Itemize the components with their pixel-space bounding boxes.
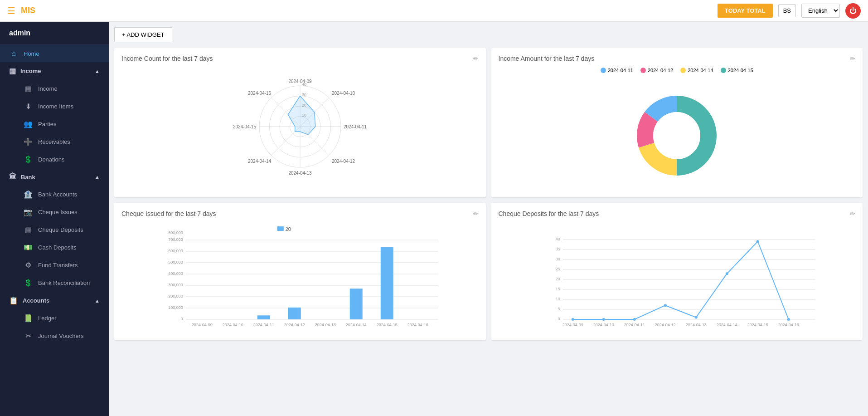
sidebar-item-bank-accounts[interactable]: 🏦 Bank Accounts <box>24 186 109 203</box>
sidebar-item-income[interactable]: ▦ Income <box>24 80 109 98</box>
card-cheque-issued-edit[interactable]: ✏ <box>473 210 479 217</box>
svg-text:40: 40 <box>302 82 306 87</box>
svg-text:2024-04-15: 2024-04-15 <box>747 323 768 327</box>
sidebar-item-journal-vouchers[interactable]: ✂ Journal Vouchers <box>24 327 109 345</box>
cheque-issues-label: Cheque Issues <box>38 209 78 215</box>
add-widget-button[interactable]: + ADD WIDGET <box>114 27 172 42</box>
home-icon: ⌂ <box>9 49 18 58</box>
donations-icon: 💲 <box>24 155 33 164</box>
donut-chart-container <box>499 77 856 190</box>
bank-accounts-label: Bank Accounts <box>38 191 77 198</box>
bank-accounts-icon: 🏦 <box>24 190 33 199</box>
sidebar-item-income-items[interactable]: ⬇ Income Items <box>24 98 109 115</box>
legend-label-3: 2024-04-15 <box>728 68 753 73</box>
legend-label-0: 2024-04-11 <box>608 68 633 73</box>
card-cheque-issued-header: Cheque Issued for the last 7 days ✏ <box>121 210 479 217</box>
svg-text:2024-04-15: 2024-04-15 <box>233 124 257 129</box>
svg-text:300,000: 300,000 <box>168 283 183 287</box>
card-cheque-deposits-header: Cheque Deposits for the last 7 days ✏ <box>499 210 856 217</box>
svg-text:2024-04-13: 2024-04-13 <box>315 323 336 327</box>
sidebar-item-cash-deposits[interactable]: 💵 Cash Deposits <box>24 239 109 256</box>
bank-section-icon: 🏛 <box>9 173 16 181</box>
sidebar-item-fund-transfers[interactable]: ⚙ Fund Transfers <box>24 256 109 274</box>
svg-rect-54 <box>350 289 363 319</box>
card-cheque-deposits: Cheque Deposits for the last 7 days ✏ 0 … <box>491 203 863 340</box>
svg-text:500,000: 500,000 <box>168 260 183 264</box>
svg-text:10: 10 <box>555 297 560 301</box>
line-chart: 0 5 10 15 20 25 30 35 40 <box>499 223 856 332</box>
card-income-amount-edit[interactable]: ✏ <box>850 55 855 62</box>
sidebar-item-parties[interactable]: 👥 Parties <box>24 115 109 133</box>
radar-chart-container: 2024-04-09 2024-04-10 2024-04-11 2024-04… <box>121 68 479 181</box>
legend-dot-3 <box>721 68 726 73</box>
sidebar-section-accounts[interactable]: 📋 Accounts ▲ <box>0 292 109 309</box>
bar-chart-container: 20 0 100,000 200,000 300,000 400,000 500… <box>121 223 479 333</box>
svg-rect-30 <box>277 226 284 231</box>
cash-deposits-icon: 💵 <box>24 243 33 252</box>
legend-item-3: 2024-04-15 <box>721 68 753 73</box>
sidebar-item-donations[interactable]: 💲 Donations <box>24 151 109 168</box>
svg-text:2024-04-10: 2024-04-10 <box>223 323 243 327</box>
svg-text:2024-04-12: 2024-04-12 <box>655 323 675 327</box>
svg-point-85 <box>633 318 635 321</box>
income-chevron: ▲ <box>95 69 100 74</box>
svg-text:600,000: 600,000 <box>168 249 183 253</box>
fund-transfers-icon: ⚙ <box>24 261 33 269</box>
legend-dot-1 <box>640 68 646 73</box>
sidebar-section-income[interactable]: ▦ Income ▲ <box>0 62 109 80</box>
svg-text:2024-04-13: 2024-04-13 <box>288 171 312 176</box>
sidebar-item-home[interactable]: ⌂ Home <box>0 45 109 62</box>
svg-text:2024-04-12: 2024-04-12 <box>284 323 305 327</box>
svg-text:700,000: 700,000 <box>168 237 183 242</box>
card-income-amount-header: Income Amount for the last 7 days ✏ <box>499 55 856 62</box>
svg-point-83 <box>571 318 574 321</box>
language-select[interactable]: English Nepali <box>801 4 840 18</box>
svg-point-90 <box>787 318 790 321</box>
receivables-icon: ➕ <box>24 137 33 146</box>
receivables-label: Receivables <box>38 138 70 145</box>
journal-vouchers-icon: ✂ <box>24 332 33 340</box>
svg-rect-55 <box>381 247 393 319</box>
legend-item-1: 2024-04-12 <box>640 68 673 73</box>
ledger-icon: 📗 <box>24 314 33 323</box>
income-label: Income <box>38 85 58 92</box>
app-title: MIS <box>21 6 712 15</box>
card-cheque-deposits-edit[interactable]: ✏ <box>850 210 855 217</box>
parties-label: Parties <box>38 121 56 127</box>
sidebar-home-label: Home <box>24 50 39 57</box>
svg-text:2024-04-15: 2024-04-15 <box>377 323 398 327</box>
sidebar-item-ledger[interactable]: 📗 Ledger <box>24 309 109 327</box>
card-income-count-title: Income Count for the last 7 days <box>121 55 213 62</box>
svg-text:2024-04-11: 2024-04-11 <box>624 323 645 327</box>
topbar: ☰ MIS TODAY TOTAL BS English Nepali ⏻ <box>0 0 868 22</box>
bank-reconciliation-label: Bank Reconciliation <box>38 279 90 286</box>
svg-text:15: 15 <box>555 287 560 291</box>
svg-text:0: 0 <box>181 317 183 321</box>
cheque-deposits-icon: ▦ <box>24 225 33 234</box>
cash-deposits-label: Cash Deposits <box>38 244 77 251</box>
sidebar-section-bank[interactable]: 🏛 Bank ▲ <box>0 168 109 186</box>
sidebar-item-cheque-deposits[interactable]: ▦ Cheque Deposits <box>24 221 109 239</box>
svg-text:30: 30 <box>302 93 306 97</box>
sidebar-item-receivables[interactable]: ➕ Receivables <box>24 133 109 151</box>
fund-transfers-label: Fund Transfers <box>38 262 78 269</box>
card-income-count: Income Count for the last 7 days ✏ <box>114 48 486 197</box>
power-button[interactable]: ⏻ <box>845 3 861 19</box>
menu-icon[interactable]: ☰ <box>7 5 15 16</box>
cheque-issues-icon: 📷 <box>24 208 33 216</box>
svg-text:2024-04-11: 2024-04-11 <box>344 124 367 129</box>
bank-reconciliation-icon: 💲 <box>24 279 33 287</box>
income-icon: ▦ <box>24 84 33 93</box>
card-cheque-deposits-title: Cheque Deposits for the last 7 days <box>499 210 599 217</box>
cheque-deposits-label: Cheque Deposits <box>38 226 83 233</box>
card-income-count-edit[interactable]: ✏ <box>473 55 479 62</box>
svg-text:25: 25 <box>555 267 560 271</box>
sidebar-item-cheque-issues[interactable]: 📷 Cheque Issues <box>24 203 109 221</box>
svg-text:2024-04-09: 2024-04-09 <box>192 323 213 327</box>
sidebar-item-bank-reconciliation[interactable]: 💲 Bank Reconciliation <box>24 274 109 292</box>
legend-label-1: 2024-04-12 <box>648 68 673 73</box>
today-total-button[interactable]: TODAY TOTAL <box>718 4 773 18</box>
bs-button[interactable]: BS <box>778 4 796 17</box>
accounts-section-label: Accounts <box>23 297 49 304</box>
svg-point-88 <box>725 272 728 275</box>
